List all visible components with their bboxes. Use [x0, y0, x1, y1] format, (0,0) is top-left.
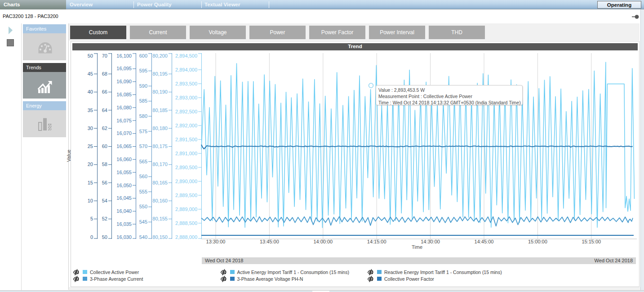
svg-text:570: 570: [139, 144, 147, 149]
svg-text:10: 10: [88, 198, 93, 203]
svg-text:595: 595: [139, 68, 147, 73]
svg-text:16,040: 16,040: [116, 208, 132, 214]
svg-text:80,155: 80,155: [152, 216, 168, 221]
svg-text:62: 62: [102, 126, 107, 131]
svg-text:2,889,500: 2,889,500: [175, 193, 197, 198]
svg-text:58: 58: [102, 162, 107, 167]
svg-text:590: 590: [139, 83, 147, 89]
svg-text:15:00:00: 15:00:00: [528, 239, 547, 244]
svg-text:80,200: 80,200: [152, 53, 168, 58]
svg-text:560: 560: [139, 174, 147, 179]
svg-text:20: 20: [88, 162, 93, 167]
svg-text:545: 545: [139, 219, 147, 225]
svg-text:14:15:00: 14:15:00: [367, 239, 386, 244]
svg-text:40: 40: [88, 89, 93, 94]
svg-text:2,893,500: 2,893,500: [175, 81, 197, 86]
svg-text:25: 25: [88, 144, 93, 149]
svg-text:80,185: 80,185: [152, 108, 168, 113]
svg-text:2,894,500: 2,894,500: [175, 53, 197, 58]
svg-text:80,150: 80,150: [152, 234, 168, 240]
svg-text:13:45:00: 13:45:00: [260, 239, 279, 244]
svg-text:56: 56: [102, 180, 107, 185]
svg-text:14:30:00: 14:30:00: [421, 239, 440, 244]
svg-text:2,888,000: 2,888,000: [175, 234, 197, 240]
svg-text:80,170: 80,170: [152, 162, 168, 167]
svg-text:16,055: 16,055: [116, 170, 132, 175]
svg-text:2,890,000: 2,890,000: [175, 179, 197, 184]
svg-text:15:15:00: 15:15:00: [582, 239, 601, 244]
svg-text:2,893,000: 2,893,000: [175, 95, 197, 100]
svg-text:70: 70: [102, 53, 107, 58]
svg-text:80,160: 80,160: [152, 198, 168, 203]
svg-text:60: 60: [102, 144, 107, 149]
svg-text:80,195: 80,195: [152, 71, 168, 76]
svg-text:64: 64: [102, 108, 107, 113]
svg-text:16,050: 16,050: [116, 183, 132, 188]
svg-text:54: 54: [102, 198, 107, 203]
svg-text:2,889,000: 2,889,000: [175, 207, 197, 212]
svg-text:585: 585: [139, 98, 147, 103]
svg-text:66: 66: [102, 89, 107, 94]
svg-text:52: 52: [102, 216, 107, 221]
svg-text:45: 45: [88, 71, 93, 76]
svg-text:16,080: 16,080: [116, 105, 132, 110]
svg-text:13:30:00: 13:30:00: [206, 239, 226, 244]
svg-text:30: 30: [88, 126, 93, 131]
svg-text:16,070: 16,070: [116, 130, 132, 136]
svg-text:14:00:00: 14:00:00: [313, 239, 333, 244]
svg-text:555: 555: [139, 189, 147, 194]
svg-text:600: 600: [139, 53, 147, 58]
svg-text:50: 50: [102, 234, 107, 240]
svg-text:50: 50: [88, 53, 93, 58]
svg-text:5: 5: [90, 216, 93, 221]
svg-text:575: 575: [139, 129, 147, 134]
svg-text:0: 0: [90, 234, 93, 240]
svg-text:16,030: 16,030: [116, 234, 132, 240]
svg-text:Value: Value: [66, 149, 71, 162]
svg-text:2,892,500: 2,892,500: [175, 109, 197, 114]
svg-text:550: 550: [139, 204, 147, 209]
svg-text:16,060: 16,060: [116, 157, 132, 162]
svg-text:14:45:00: 14:45:00: [475, 239, 494, 244]
svg-text:2,891,000: 2,891,000: [175, 151, 197, 156]
svg-text:16,085: 16,085: [116, 92, 132, 97]
svg-text:35: 35: [88, 108, 93, 113]
svg-text:15: 15: [88, 180, 93, 185]
svg-text:80,180: 80,180: [152, 126, 168, 131]
svg-text:Time: Time: [412, 244, 422, 250]
svg-text:2,892,000: 2,892,000: [175, 123, 197, 128]
svg-text:80,175: 80,175: [152, 144, 168, 149]
svg-text:2,890,500: 2,890,500: [175, 165, 197, 170]
svg-text:80,190: 80,190: [152, 89, 168, 94]
svg-text:2,891,500: 2,891,500: [175, 137, 197, 142]
svg-text:16,100: 16,100: [116, 53, 132, 58]
svg-text:16,045: 16,045: [116, 195, 132, 201]
svg-text:16,065: 16,065: [116, 144, 132, 149]
svg-text:68: 68: [102, 71, 107, 76]
svg-text:80,165: 80,165: [152, 180, 168, 185]
svg-text:16,095: 16,095: [116, 66, 132, 71]
svg-text:540: 540: [139, 234, 147, 240]
svg-text:580: 580: [139, 113, 147, 119]
svg-text:565: 565: [139, 159, 147, 164]
svg-text:16,075: 16,075: [116, 118, 132, 123]
svg-text:2,894,000: 2,894,000: [175, 67, 197, 72]
svg-text:16,090: 16,090: [116, 79, 132, 84]
svg-text:16,035: 16,035: [116, 221, 132, 227]
svg-text:2,888,500: 2,888,500: [175, 220, 197, 226]
